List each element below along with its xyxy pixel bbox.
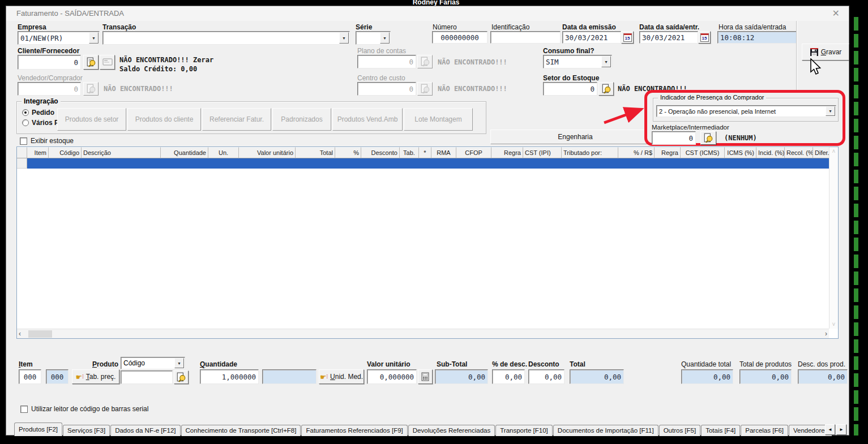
items-grid[interactable]: ItemCódigoDescriçãoQuantidadeUn.Valor un… <box>16 146 839 339</box>
identificacao-input[interactable] <box>490 31 561 44</box>
grid-column-header[interactable]: Código <box>49 147 82 158</box>
bottom-tab[interactable]: Documentos de Importação [F11] <box>553 425 659 436</box>
data-emissao-calendar-button[interactable]: 15 <box>621 31 634 44</box>
grid-column-header[interactable]: Incid. (%) <box>756 147 785 158</box>
setor-estoque-input[interactable]: 0 <box>543 82 597 96</box>
integracao-button-4[interactable]: Padronizados <box>272 108 331 131</box>
grid-column-header[interactable]: % / R$ <box>618 147 655 158</box>
grid-column-header[interactable]: * <box>419 147 431 158</box>
grid-column-header[interactable]: Valor unitário <box>239 147 296 158</box>
integracao-button-3[interactable]: Referenciar Fatur. <box>202 108 271 131</box>
bottom-tab[interactable]: Totais [F4] <box>701 425 740 436</box>
data-saida-input[interactable]: 30/03/2021 <box>639 31 698 44</box>
grid-column-header[interactable]: Desconto <box>361 147 400 158</box>
engenharia-button[interactable]: Engenharia <box>490 130 660 144</box>
scroll-down-icon[interactable]: ˅ <box>829 321 838 327</box>
consumo-final-combobox[interactable]: SIM ▼ <box>543 55 612 68</box>
calendar-icon: 15 <box>623 33 632 42</box>
vendedor-lookup-button <box>83 82 99 96</box>
bottom-tab[interactable]: Produtos [F2] <box>14 423 62 436</box>
calendar-icon: 15 <box>700 33 709 42</box>
grid-column-header[interactable]: ICMS (%) <box>725 147 756 158</box>
cliente-input[interactable]: 0 <box>18 55 81 70</box>
chevron-down-icon[interactable]: ▼ <box>174 358 184 368</box>
scroll-right-icon[interactable]: › <box>825 330 827 338</box>
produto-lookup-button[interactable] <box>174 370 189 384</box>
entry-item-input[interactable]: 000 <box>19 369 41 384</box>
barcode-checkbox[interactable] <box>20 406 28 413</box>
perc-desc-input[interactable]: 0,00 <box>492 369 525 384</box>
grid-column-header[interactable]: Total <box>296 147 335 158</box>
produto-mode-combobox[interactable]: Código ▼ <box>121 357 185 369</box>
calculator-button[interactable] <box>418 369 433 384</box>
exibir-estoque-checkbox[interactable] <box>20 137 27 145</box>
grid-vertical-scrollbar[interactable]: ˄ ˅ <box>829 147 838 329</box>
data-emissao-input[interactable]: 30/03/2021 <box>562 31 621 44</box>
gravar-label: Gravar <box>821 48 842 56</box>
grid-column-header[interactable]: Quantidade <box>161 147 208 158</box>
bottom-tab[interactable]: Devoluções Referenciadas <box>408 425 495 436</box>
bottom-tab[interactable]: Transporte [F10] <box>495 425 553 436</box>
bottom-tab[interactable]: Faturamentos Referenciados [F9] <box>301 425 407 436</box>
data-saida-calendar-button[interactable]: 15 <box>698 31 711 44</box>
grid-selected-row[interactable] <box>17 158 829 169</box>
integracao-button-5[interactable]: Produtos Vend.Amb <box>332 108 403 131</box>
produto-code-input[interactable] <box>121 370 173 384</box>
grid-column-header[interactable]: Item <box>27 147 49 158</box>
integracao-button-1[interactable]: Produtos de setor <box>57 108 126 131</box>
grid-column-header[interactable]: CST (ICMS) <box>681 147 725 158</box>
indicador-presenca-label: Indicador de Presença do Comprador <box>658 94 766 101</box>
grid-column-header[interactable]: Recol. (%) <box>785 147 813 158</box>
unid-med-button[interactable]: ☛⁞ Unid. Med. <box>319 369 364 384</box>
close-icon[interactable]: ✕ <box>832 8 840 19</box>
desconto-input[interactable]: 0,00 <box>528 369 565 384</box>
scroll-left-icon[interactable]: ‹ <box>19 330 21 338</box>
transacao-combobox[interactable]: ▼ <box>102 31 350 45</box>
grid-column-header[interactable]: Tab. <box>400 147 419 158</box>
grid-column-header[interactable]: Un. <box>208 147 239 158</box>
grid-column-header[interactable]: Regra <box>655 147 681 158</box>
grid-column-header[interactable]: Difer. (% <box>813 147 829 158</box>
bottom-tab[interactable]: Outros [F5] <box>659 425 701 436</box>
grid-column-header[interactable] <box>17 147 27 158</box>
empresa-combobox[interactable]: 01/NEW(PR) ▼ <box>18 31 100 45</box>
chevron-down-icon[interactable]: ▼ <box>380 32 390 44</box>
marketplace-input[interactable]: 0 <box>652 131 696 145</box>
grid-column-header[interactable]: RMA <box>431 147 456 158</box>
cliente-lookup-button[interactable] <box>83 55 99 70</box>
grid-column-header[interactable]: Tributado por: <box>562 147 618 158</box>
setor-estoque-lookup-button[interactable] <box>598 82 614 96</box>
bottom-tab[interactable]: Serviços [F3] <box>63 425 110 436</box>
chevron-down-icon[interactable]: ▼ <box>601 56 611 67</box>
chevron-down-icon[interactable]: ▼ <box>826 106 835 116</box>
marketplace-lookup-button[interactable] <box>700 131 716 145</box>
integracao-button-6[interactable]: Lote Montagem <box>404 108 473 131</box>
chevron-down-icon[interactable]: ▼ <box>89 32 99 44</box>
data-saida-value: 30/03/2021 <box>642 33 685 42</box>
centro-custo-input: 0 <box>357 82 416 96</box>
bottom-tab[interactable]: Parcelas [F6] <box>741 425 788 436</box>
quantidade-input[interactable]: 1,000000 <box>200 369 259 384</box>
bottom-tab[interactable]: Conhecimento de Transporte [Ctrl+F8] <box>181 425 301 436</box>
chevron-down-icon[interactable]: ▼ <box>339 32 349 44</box>
grid-column-header[interactable]: Descrição <box>82 147 161 158</box>
grid-horizontal-scrollbar[interactable]: ‹ › <box>17 329 829 338</box>
radio-varios-pedidos[interactable] <box>22 119 29 126</box>
bottom-tab[interactable]: Dados da NF-e [F12] <box>110 425 180 436</box>
numero-input[interactable]: 000000000 <box>432 31 488 44</box>
grid-column-header[interactable]: CFOP <box>456 147 491 158</box>
grid-column-header[interactable]: Regra <box>491 147 523 158</box>
radio-pedido[interactable] <box>22 109 29 116</box>
serie-combobox[interactable]: ▼ <box>356 31 391 45</box>
grid-column-header[interactable]: % <box>335 147 361 158</box>
tabs-scroll-right-button[interactable]: ► <box>836 424 846 435</box>
integracao-button-2[interactable]: Produtos do cliente <box>127 108 201 131</box>
cliente-card-button[interactable] <box>100 55 115 70</box>
grid-column-header[interactable]: CST (IPI) <box>523 147 562 158</box>
tabs-scroll-left-button[interactable]: ◄ <box>825 424 835 435</box>
valor-unitario-input[interactable]: 0,000000 <box>367 369 417 384</box>
indicador-presenca-combobox[interactable]: 2 - Operação não presencial, pela Intern… <box>656 105 836 117</box>
tab-preco-button[interactable]: ☛⁞ Tab. preç. <box>72 369 119 384</box>
scroll-up-icon[interactable]: ˄ <box>829 148 838 154</box>
scrollbar-thumb[interactable] <box>28 330 52 338</box>
